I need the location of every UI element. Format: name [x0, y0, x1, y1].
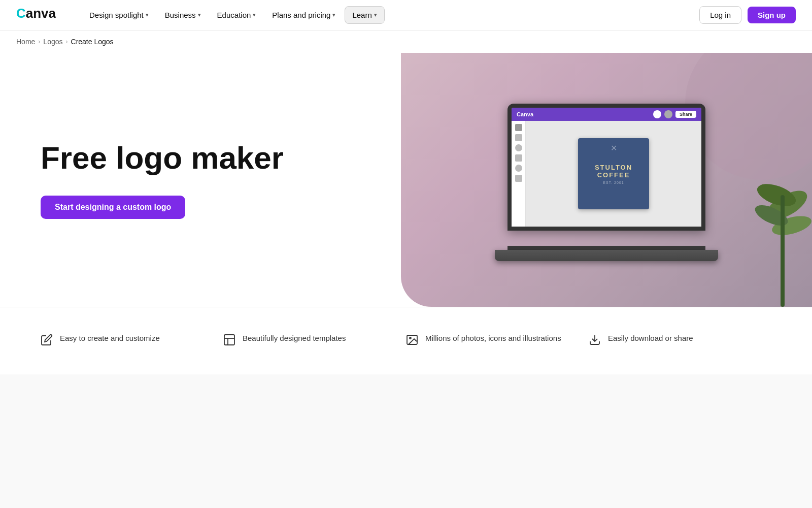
cta-button[interactable]: Start designing a custom logo: [41, 196, 185, 219]
nav-learn[interactable]: Learn ▾: [345, 6, 384, 24]
feature-templates: Beautifully designed templates: [223, 333, 406, 349]
sidebar-icon-1: [515, 124, 522, 131]
bottom-area: [0, 374, 812, 508]
svg-text:Canva: Canva: [16, 6, 56, 21]
breadcrumb-sep-2: ›: [66, 38, 68, 45]
laptop-mockup: Canva Share: [495, 104, 718, 266]
features-section: Easy to create and customize Beautifully…: [0, 307, 812, 374]
canva-body: ✕ STULTON COFFEE EST. 2001: [512, 121, 701, 227]
pencil-icon: [41, 334, 53, 349]
signup-button[interactable]: Sign up: [748, 7, 796, 23]
feature-templates-text: Beautifully designed templates: [243, 333, 346, 343]
hero-section: Free logo maker Start designing a custom…: [0, 53, 812, 307]
breadcrumb-current: Create Logos: [71, 38, 114, 46]
chevron-down-icon: ▾: [374, 12, 377, 18]
user-avatar-2: [664, 110, 672, 118]
sidebar-icon-3: [515, 144, 522, 151]
feature-download-share: Easily download or share: [589, 333, 771, 349]
close-icon: ✕: [611, 143, 617, 153]
feature-photos-icons-text: Millions of photos, icons and illustrati…: [425, 333, 561, 343]
nav-education[interactable]: Education ▾: [210, 7, 263, 23]
nav-plans-pricing[interactable]: Plans and pricing ▾: [265, 7, 343, 23]
canva-canvas-area: ✕ STULTON COFFEE EST. 2001: [526, 121, 701, 227]
nav-links: Design spotlight ▾ Business ▾ Education …: [82, 6, 699, 24]
canva-topbar: Canva Share: [512, 108, 701, 121]
logo-subtitle: EST. 2001: [603, 181, 624, 184]
feature-download-share-text: Easily download or share: [608, 333, 693, 343]
laptop-screen: Canva Share: [507, 104, 705, 231]
hero-title: Free logo maker: [41, 141, 385, 175]
canva-logo[interactable]: Canva: [16, 6, 62, 24]
svg-rect-6: [224, 335, 234, 345]
breadcrumb-home[interactable]: Home: [16, 38, 35, 46]
login-button[interactable]: Log in: [699, 6, 741, 24]
share-button[interactable]: Share: [675, 111, 696, 118]
canva-ui: Canva Share: [512, 108, 701, 227]
nav-business[interactable]: Business ▾: [158, 7, 208, 23]
hero-right: Canva Share: [401, 53, 812, 307]
hero-left: Free logo maker Start designing a custom…: [0, 53, 401, 307]
svg-rect-5: [781, 195, 785, 307]
sidebar-icon-2: [515, 134, 522, 141]
breadcrumb-sep-1: ›: [38, 38, 40, 45]
download-icon: [589, 334, 601, 349]
sidebar-icon-4: [515, 154, 522, 162]
laptop-base: [495, 250, 718, 261]
logo-brand-name: STULTON COFFEE: [578, 164, 649, 179]
breadcrumb: Home › Logos › Create Logos: [0, 30, 812, 53]
plant-decoration: [751, 154, 812, 307]
laptop-hinge: [507, 246, 705, 250]
nav-design-spotlight[interactable]: Design spotlight ▾: [82, 7, 156, 23]
feature-easy-customize-text: Easy to create and customize: [60, 333, 160, 343]
chevron-down-icon: ▾: [198, 12, 201, 18]
canva-sidebar: [512, 121, 526, 227]
logo-design-preview: ✕ STULTON COFFEE EST. 2001: [578, 138, 649, 209]
photo-icon: [406, 334, 418, 349]
user-avatar: [653, 110, 661, 118]
breadcrumb-logos[interactable]: Logos: [43, 38, 62, 46]
sidebar-icon-5: [515, 165, 522, 172]
nav-actions: Log in Sign up: [699, 6, 796, 24]
sidebar-icon-6: [515, 175, 522, 182]
canva-ui-logo: Canva: [517, 111, 533, 117]
chevron-down-icon: ▾: [332, 12, 335, 18]
feature-easy-customize: Easy to create and customize: [41, 333, 223, 349]
chevron-down-icon: ▾: [253, 12, 256, 18]
chevron-down-icon: ▾: [146, 12, 149, 18]
canva-topbar-right: Share: [653, 110, 696, 118]
templates-icon: [223, 334, 235, 349]
feature-photos-icons: Millions of photos, icons and illustrati…: [406, 333, 589, 349]
navbar: Canva Design spotlight ▾ Business ▾ Educ…: [0, 0, 812, 30]
svg-point-10: [410, 337, 411, 339]
